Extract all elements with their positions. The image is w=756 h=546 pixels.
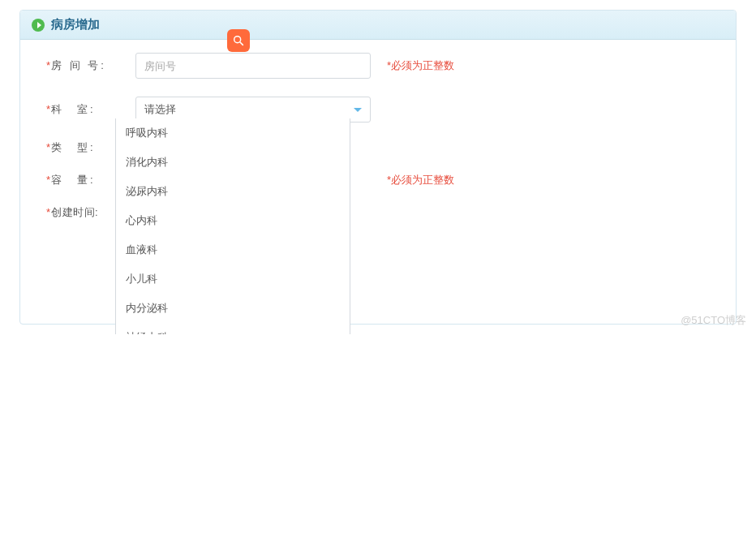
- panel: 病房增加 *房 间 号: *必须为正整数 *科 室: 请选择 *类 型:: [19, 10, 737, 325]
- dropdown-item[interactable]: 内分泌科: [116, 294, 350, 323]
- dropdown-item[interactable]: 泌尿内科: [116, 177, 350, 206]
- department-select-value: 请选择: [144, 102, 176, 117]
- department-dropdown: 呼吸内科消化内科泌尿内科心内科血液科小儿科内分泌科神经内科感染科骨科神经外科肝胆…: [115, 118, 350, 334]
- watermark: @51CTO博客: [681, 313, 746, 328]
- row-room-number: *房 间 号: *必须为正整数: [46, 53, 719, 79]
- chevron-down-icon: [354, 108, 362, 112]
- form-body: *房 间 号: *必须为正整数 *科 室: 请选择 *类 型: *容 量: *必…: [20, 40, 736, 324]
- dropdown-item[interactable]: 神经内科: [116, 323, 350, 334]
- room-number-input[interactable]: [135, 53, 371, 79]
- dropdown-item[interactable]: 消化内科: [116, 148, 350, 177]
- hint-room-number: *必须为正整数: [387, 58, 454, 73]
- label-department: *科 室:: [46, 102, 135, 117]
- panel-header: 病房增加: [20, 11, 736, 40]
- hint-capacity: *必须为正整数: [387, 173, 454, 187]
- dropdown-item[interactable]: 小儿科: [116, 264, 350, 294]
- svg-line-1: [240, 42, 243, 45]
- dropdown-item[interactable]: 呼吸内科: [116, 118, 350, 148]
- dropdown-item[interactable]: 心内科: [116, 206, 350, 235]
- panel-title: 病房增加: [51, 17, 100, 32]
- label-room-number: *房 间 号:: [46, 58, 135, 73]
- dropdown-item[interactable]: 血液科: [116, 235, 350, 264]
- search-icon: [232, 34, 245, 47]
- search-button[interactable]: [227, 29, 250, 52]
- play-icon: [32, 19, 45, 32]
